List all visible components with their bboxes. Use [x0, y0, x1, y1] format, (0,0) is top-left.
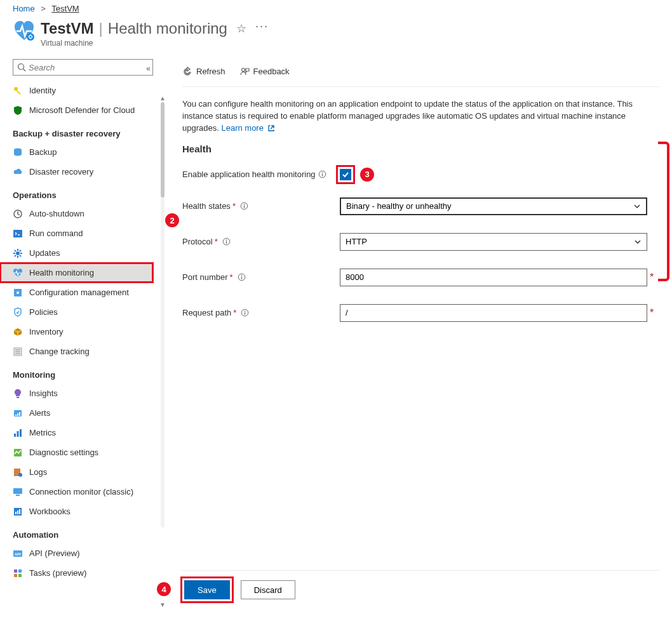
- info-icon[interactable]: [238, 273, 246, 281]
- sidebar-item-connection-monitor[interactable]: Connection monitor (classic): [13, 482, 153, 502]
- sidebar-item-run-command[interactable]: Run command: [13, 223, 153, 243]
- main-panel: Refresh Feedback You can configure healt…: [153, 57, 672, 608]
- info-icon[interactable]: [240, 202, 248, 210]
- sidebar-item-defender[interactable]: Microsoft Defender for Cloud: [13, 100, 153, 120]
- svg-rect-50: [244, 206, 245, 208]
- breadcrumb: Home > TestVM: [0, 0, 672, 16]
- health-states-select[interactable]: Binary - healthy or unhealthy: [340, 197, 647, 215]
- more-actions-icon[interactable]: ···: [255, 20, 269, 33]
- protocol-select[interactable]: HTTP: [340, 233, 647, 251]
- svg-line-13: [15, 255, 16, 256]
- svg-point-44: [241, 68, 245, 71]
- policy-icon: [13, 307, 23, 317]
- svg-rect-5: [13, 230, 22, 237]
- svg-point-52: [225, 239, 227, 241]
- favorite-star-icon[interactable]: ☆: [236, 22, 246, 36]
- sidebar-item-metrics[interactable]: Metrics: [13, 423, 153, 443]
- svg-rect-33: [16, 495, 20, 496]
- info-icon[interactable]: [241, 309, 249, 317]
- annotation-bracket: [658, 142, 669, 281]
- feedback-button[interactable]: Feedback: [239, 67, 290, 77]
- sidebar-section-operations: Operations: [13, 190, 153, 200]
- svg-rect-43: [18, 574, 22, 577]
- alert-icon: [13, 408, 23, 418]
- sidebar-item-policies[interactable]: Policies: [13, 302, 153, 322]
- callout-4: 4: [157, 582, 171, 596]
- sidebar-item-label: Health monitoring: [29, 268, 94, 277]
- svg-point-0: [27, 33, 34, 41]
- enable-health-checkbox[interactable]: [340, 169, 351, 180]
- backup-icon: [13, 147, 23, 157]
- sidebar-item-backup[interactable]: Backup: [13, 142, 153, 162]
- info-icon[interactable]: [318, 170, 326, 178]
- svg-rect-59: [245, 312, 245, 315]
- save-button[interactable]: Save: [184, 580, 230, 599]
- resource-type-label: Virtual machine: [41, 39, 269, 48]
- sidebar-item-health-monitoring[interactable]: Health monitoring: [0, 263, 153, 283]
- sidebar-item-label: Change tracking: [29, 347, 90, 356]
- sidebar-item-identity[interactable]: Identity: [13, 81, 153, 100]
- svg-rect-21: [17, 397, 19, 398]
- sidebar-item-label: Inventory: [29, 327, 63, 336]
- section-health-title: Health: [182, 143, 659, 154]
- sidebar-item-label: Identity: [29, 86, 56, 95]
- sidebar-item-updates[interactable]: Updates: [13, 243, 153, 263]
- svg-line-11: [15, 250, 16, 251]
- discard-button[interactable]: Discard: [241, 580, 295, 599]
- sidebar-item-label: Backup: [29, 147, 57, 157]
- sidebar-section-automation: Automation: [13, 530, 153, 540]
- info-icon[interactable]: [222, 237, 231, 246]
- request-path-label: Request path: [182, 308, 231, 317]
- sidebar-search-input[interactable]: [13, 59, 153, 76]
- svg-line-12: [20, 255, 21, 256]
- box-icon: [13, 327, 23, 337]
- required-mark: *: [230, 272, 233, 282]
- refresh-button[interactable]: Refresh: [182, 67, 225, 77]
- protocol-label: Protocol: [182, 237, 213, 246]
- sidebar-item-api-preview[interactable]: API API (Preview): [13, 543, 153, 563]
- sidebar-item-label: Updates: [29, 248, 60, 258]
- svg-rect-35: [15, 512, 17, 514]
- collapse-sidebar-icon[interactable]: «: [146, 64, 151, 73]
- sidebar-item-label: API (Preview): [29, 549, 79, 558]
- tasks-icon: [13, 568, 23, 578]
- breadcrumb-home[interactable]: Home: [13, 4, 35, 13]
- sidebar-item-label: Configuration management: [29, 288, 129, 297]
- learn-more-link[interactable]: Learn more: [221, 123, 274, 133]
- sidebar-item-tasks-preview[interactable]: Tasks (preview): [13, 563, 153, 583]
- sidebar-item-label: Microsoft Defender for Cloud: [29, 105, 135, 115]
- row-port: Port number * *: [182, 260, 659, 295]
- sidebar-item-inventory[interactable]: Inventory: [13, 322, 153, 342]
- sidebar-item-disaster-recovery[interactable]: Disaster recovery: [13, 162, 153, 182]
- sidebar-item-label: Diagnostic settings: [29, 448, 98, 457]
- save-highlight: Save: [182, 578, 232, 601]
- sidebar-item-logs[interactable]: Logs: [13, 462, 153, 482]
- port-input[interactable]: [340, 269, 647, 286]
- svg-point-46: [321, 172, 323, 173]
- refresh-icon: [182, 67, 192, 77]
- api-icon: API: [13, 549, 23, 559]
- clock-icon: [13, 209, 23, 219]
- sidebar-item-alerts[interactable]: Alerts: [13, 403, 153, 423]
- key-icon: [13, 86, 23, 96]
- cloud-sync-icon: [13, 167, 23, 177]
- sidebar-section-monitoring: Monitoring: [13, 370, 153, 380]
- sidebar-item-diagnostic-settings[interactable]: Diagnostic settings: [13, 443, 153, 462]
- svg-rect-42: [14, 574, 17, 577]
- sidebar-item-label: Disaster recovery: [29, 167, 93, 176]
- sidebar-item-insights[interactable]: Insights: [13, 383, 153, 403]
- request-path-input[interactable]: [340, 304, 647, 322]
- sidebar-section-backup: Backup + disaster recovery: [13, 129, 153, 138]
- sidebar-item-config-mgmt[interactable]: Configuration management: [13, 283, 153, 302]
- sidebar-item-auto-shutdown[interactable]: Auto-shutdown: [13, 204, 153, 223]
- refresh-label: Refresh: [196, 67, 225, 76]
- feedback-icon: [239, 67, 250, 77]
- breadcrumb-current[interactable]: TestVM: [51, 4, 79, 13]
- svg-rect-56: [241, 277, 242, 279]
- sidebar-item-change-tracking[interactable]: Change tracking: [13, 342, 153, 361]
- sidebar-item-label: Metrics: [29, 428, 56, 437]
- sidebar-item-workbooks[interactable]: Workbooks: [13, 502, 153, 521]
- required-mark: *: [232, 201, 236, 211]
- sidebar: « ▲ ▼ Identity Microsoft Defender for Cl…: [0, 57, 153, 608]
- feedback-label: Feedback: [253, 67, 290, 76]
